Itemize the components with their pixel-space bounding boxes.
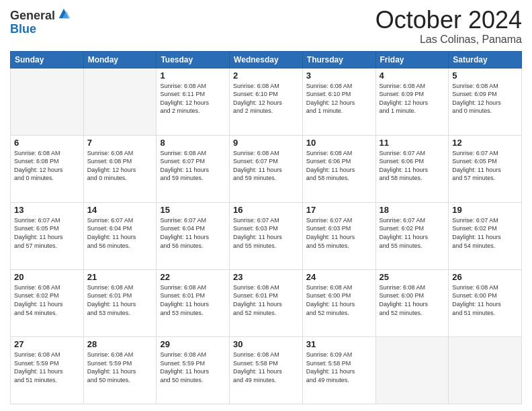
calendar-cell: 17Sunrise: 6:07 AM Sunset: 6:03 PM Dayli… bbox=[302, 202, 375, 269]
calendar-cell: 10Sunrise: 6:08 AM Sunset: 6:06 PM Dayli… bbox=[302, 135, 375, 202]
day-number: 11 bbox=[380, 138, 445, 148]
day-number: 3 bbox=[306, 71, 372, 81]
day-number: 27 bbox=[14, 339, 80, 349]
calendar-cell bbox=[11, 68, 84, 135]
logo-blue: Blue bbox=[10, 23, 71, 36]
weekday-header-monday: Monday bbox=[83, 51, 157, 68]
day-number: 25 bbox=[380, 272, 445, 282]
day-info: Sunrise: 6:08 AM Sunset: 6:01 PM Dayligh… bbox=[87, 283, 153, 317]
weekday-header-sunday: Sunday bbox=[11, 51, 84, 68]
calendar-table: SundayMondayTuesdayWednesdayThursdayFrid… bbox=[10, 51, 522, 404]
calendar-cell: 23Sunrise: 6:08 AM Sunset: 6:01 PM Dayli… bbox=[230, 269, 303, 336]
month-title: October 2024 bbox=[375, 7, 522, 34]
day-info: Sunrise: 6:09 AM Sunset: 5:58 PM Dayligh… bbox=[306, 351, 372, 384]
day-number: 30 bbox=[233, 339, 299, 349]
day-number: 1 bbox=[160, 71, 226, 81]
day-number: 31 bbox=[306, 339, 372, 349]
calendar-cell: 26Sunrise: 6:08 AM Sunset: 6:00 PM Dayli… bbox=[449, 269, 522, 336]
day-number: 28 bbox=[87, 339, 153, 349]
day-number: 26 bbox=[452, 272, 518, 282]
day-info: Sunrise: 6:08 AM Sunset: 6:00 PM Dayligh… bbox=[452, 283, 518, 317]
calendar-cell: 6Sunrise: 6:08 AM Sunset: 6:08 PM Daylig… bbox=[11, 135, 84, 202]
day-number: 21 bbox=[87, 272, 153, 282]
calendar-cell: 7Sunrise: 6:08 AM Sunset: 6:08 PM Daylig… bbox=[83, 135, 157, 202]
calendar-cell: 1Sunrise: 6:08 AM Sunset: 6:11 PM Daylig… bbox=[157, 68, 230, 135]
day-info: Sunrise: 6:07 AM Sunset: 6:04 PM Dayligh… bbox=[160, 216, 226, 250]
calendar-cell: 4Sunrise: 6:08 AM Sunset: 6:09 PM Daylig… bbox=[375, 68, 449, 135]
day-info: Sunrise: 6:07 AM Sunset: 6:02 PM Dayligh… bbox=[452, 216, 518, 250]
day-info: Sunrise: 6:08 AM Sunset: 6:07 PM Dayligh… bbox=[160, 149, 226, 183]
location: Las Colinas, Panama bbox=[375, 34, 522, 46]
title-block: October 2024 Las Colinas, Panama bbox=[375, 7, 522, 46]
day-number: 14 bbox=[87, 205, 153, 215]
calendar-cell: 25Sunrise: 6:08 AM Sunset: 6:00 PM Dayli… bbox=[375, 269, 449, 336]
day-info: Sunrise: 6:08 AM Sunset: 6:10 PM Dayligh… bbox=[233, 82, 299, 116]
calendar-week-2: 6Sunrise: 6:08 AM Sunset: 6:08 PM Daylig… bbox=[11, 135, 522, 202]
day-number: 4 bbox=[380, 71, 445, 81]
day-number: 20 bbox=[14, 272, 80, 282]
weekday-header-saturday: Saturday bbox=[449, 51, 522, 68]
day-info: Sunrise: 6:08 AM Sunset: 6:10 PM Dayligh… bbox=[306, 82, 372, 116]
day-info: Sunrise: 6:08 AM Sunset: 6:07 PM Dayligh… bbox=[233, 149, 299, 183]
calendar-cell: 15Sunrise: 6:07 AM Sunset: 6:04 PM Dayli… bbox=[157, 202, 230, 269]
day-number: 13 bbox=[14, 205, 80, 215]
day-info: Sunrise: 6:08 AM Sunset: 6:09 PM Dayligh… bbox=[452, 82, 518, 116]
calendar-cell: 27Sunrise: 6:08 AM Sunset: 5:59 PM Dayli… bbox=[11, 336, 84, 404]
day-info: Sunrise: 6:07 AM Sunset: 6:03 PM Dayligh… bbox=[233, 216, 299, 250]
weekday-header-tuesday: Tuesday bbox=[157, 51, 230, 68]
day-number: 22 bbox=[160, 272, 226, 282]
calendar-cell: 30Sunrise: 6:08 AM Sunset: 5:58 PM Dayli… bbox=[230, 336, 303, 404]
day-info: Sunrise: 6:08 AM Sunset: 6:08 PM Dayligh… bbox=[14, 149, 80, 183]
day-info: Sunrise: 6:07 AM Sunset: 6:06 PM Dayligh… bbox=[380, 149, 445, 183]
day-info: Sunrise: 6:07 AM Sunset: 6:04 PM Dayligh… bbox=[87, 216, 153, 250]
day-number: 6 bbox=[14, 138, 80, 148]
calendar-cell: 3Sunrise: 6:08 AM Sunset: 6:10 PM Daylig… bbox=[302, 68, 375, 135]
weekday-header-friday: Friday bbox=[375, 51, 449, 68]
day-info: Sunrise: 6:08 AM Sunset: 6:06 PM Dayligh… bbox=[306, 149, 372, 183]
day-info: Sunrise: 6:08 AM Sunset: 5:59 PM Dayligh… bbox=[14, 351, 80, 384]
calendar-cell bbox=[449, 336, 522, 404]
day-info: Sunrise: 6:07 AM Sunset: 6:02 PM Dayligh… bbox=[380, 216, 445, 250]
weekday-header-thursday: Thursday bbox=[302, 51, 375, 68]
day-number: 2 bbox=[233, 71, 299, 81]
day-number: 24 bbox=[306, 272, 372, 282]
calendar-cell: 21Sunrise: 6:08 AM Sunset: 6:01 PM Dayli… bbox=[83, 269, 157, 336]
calendar-cell: 13Sunrise: 6:07 AM Sunset: 6:05 PM Dayli… bbox=[11, 202, 84, 269]
day-info: Sunrise: 6:08 AM Sunset: 6:01 PM Dayligh… bbox=[160, 283, 226, 317]
calendar-cell bbox=[375, 336, 449, 404]
day-number: 10 bbox=[306, 138, 372, 148]
day-info: Sunrise: 6:08 AM Sunset: 6:00 PM Dayligh… bbox=[380, 283, 445, 317]
weekday-header-row: SundayMondayTuesdayWednesdayThursdayFrid… bbox=[11, 51, 522, 68]
day-info: Sunrise: 6:08 AM Sunset: 5:59 PM Dayligh… bbox=[160, 351, 226, 384]
calendar-cell: 19Sunrise: 6:07 AM Sunset: 6:02 PM Dayli… bbox=[449, 202, 522, 269]
page: General Blue October 2024 Las Colinas, P… bbox=[0, 0, 532, 411]
day-info: Sunrise: 6:08 AM Sunset: 6:02 PM Dayligh… bbox=[14, 283, 80, 317]
day-info: Sunrise: 6:07 AM Sunset: 6:03 PM Dayligh… bbox=[306, 216, 372, 250]
calendar-week-3: 13Sunrise: 6:07 AM Sunset: 6:05 PM Dayli… bbox=[11, 202, 522, 269]
calendar-cell: 16Sunrise: 6:07 AM Sunset: 6:03 PM Dayli… bbox=[230, 202, 303, 269]
day-info: Sunrise: 6:07 AM Sunset: 6:05 PM Dayligh… bbox=[452, 149, 518, 183]
calendar-cell: 8Sunrise: 6:08 AM Sunset: 6:07 PM Daylig… bbox=[157, 135, 230, 202]
calendar-week-1: 1Sunrise: 6:08 AM Sunset: 6:11 PM Daylig… bbox=[11, 68, 522, 135]
day-info: Sunrise: 6:07 AM Sunset: 6:05 PM Dayligh… bbox=[14, 216, 80, 250]
day-number: 16 bbox=[233, 205, 299, 215]
calendar-cell: 2Sunrise: 6:08 AM Sunset: 6:10 PM Daylig… bbox=[230, 68, 303, 135]
day-number: 12 bbox=[452, 138, 518, 148]
calendar-cell: 24Sunrise: 6:08 AM Sunset: 6:00 PM Dayli… bbox=[302, 269, 375, 336]
logo: General Blue bbox=[10, 9, 71, 36]
day-number: 18 bbox=[380, 205, 445, 215]
day-number: 15 bbox=[160, 205, 226, 215]
day-number: 7 bbox=[87, 138, 153, 148]
calendar-cell: 14Sunrise: 6:07 AM Sunset: 6:04 PM Dayli… bbox=[83, 202, 157, 269]
calendar-cell: 5Sunrise: 6:08 AM Sunset: 6:09 PM Daylig… bbox=[449, 68, 522, 135]
calendar-cell: 18Sunrise: 6:07 AM Sunset: 6:02 PM Dayli… bbox=[375, 202, 449, 269]
calendar-cell: 11Sunrise: 6:07 AM Sunset: 6:06 PM Dayli… bbox=[375, 135, 449, 202]
calendar-cell bbox=[83, 68, 157, 135]
day-number: 29 bbox=[160, 339, 226, 349]
calendar-week-5: 27Sunrise: 6:08 AM Sunset: 5:59 PM Dayli… bbox=[11, 336, 522, 404]
day-info: Sunrise: 6:08 AM Sunset: 6:08 PM Dayligh… bbox=[87, 149, 153, 183]
day-info: Sunrise: 6:08 AM Sunset: 5:59 PM Dayligh… bbox=[87, 351, 153, 384]
header: General Blue October 2024 Las Colinas, P… bbox=[10, 7, 522, 46]
day-number: 8 bbox=[160, 138, 226, 148]
day-number: 9 bbox=[233, 138, 299, 148]
